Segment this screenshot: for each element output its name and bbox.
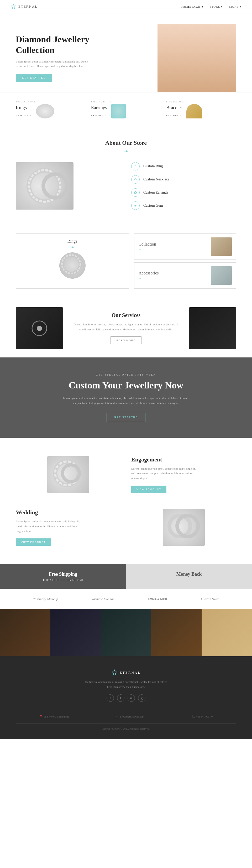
footer-logo-text: ETERNAL: [120, 671, 141, 675]
gallery-item-5: [201, 609, 252, 656]
explore-bracelet-link[interactable]: EXPLORE →: [166, 114, 182, 117]
engagement-cta-button[interactable]: VIEW PRODUCT: [131, 486, 166, 493]
hero-woman-image: [158, 24, 236, 92]
hero-description: Lorem ipsum dolor sit amet, consectetur …: [16, 59, 89, 68]
wedding-info: Wedding Lorem ipsum dolor sit amet, cons…: [16, 509, 121, 546]
custom-earrings-icon: ✿: [131, 188, 140, 197]
footer-top: ETERNAL We have a long history of making…: [16, 670, 236, 702]
wedding-cta-button[interactable]: VIEW PRODUCT: [16, 538, 51, 546]
gallery-section: [0, 609, 252, 656]
engagement-description: Lorem ipsum dolor sit amet, consectetur …: [131, 466, 199, 481]
custom-banner-label: GET SPECIAL PRICE THIS WEEK: [21, 373, 231, 376]
shipping-money-box: Money Back: [126, 564, 252, 589]
special-label-earrings: SPECIAL PRICE: [91, 100, 161, 103]
brands-section: Rosemary Makeup Jasmine Connor EMMA & NI…: [0, 589, 252, 609]
services-center: Our Services Donec blandit lorem cursus,…: [63, 304, 189, 352]
svg-marker-0: [11, 4, 16, 9]
category-accessories[interactable]: Accessories ❧: [134, 262, 236, 289]
special-title-rings: Rings: [16, 105, 32, 111]
services-description: Donec blandit lorem cursus, lobortis neq…: [71, 322, 181, 332]
footer-phone: 📞 +31 341 9031 0: [191, 715, 213, 718]
social-twitter[interactable]: t: [117, 694, 124, 702]
custom-ring-icon: ○: [131, 162, 140, 170]
email-text: info@eternaljewel.com: [120, 715, 144, 718]
wedding-image: [131, 509, 236, 546]
gallery-item-1: [0, 609, 51, 656]
hero-title: Diamond Jewellery Collection: [16, 34, 126, 56]
email-icon: ✉: [116, 715, 118, 718]
hero-section: Diamond Jewellery Collection Lorem ipsum…: [0, 13, 252, 92]
categories-grid: Rings ❧ Collection ❧ Accessories: [16, 234, 236, 289]
special-price-row: SPECIAL PRICE Rings EXPLORE → SPECIAL PR…: [0, 92, 252, 126]
explore-earrings-link[interactable]: EXPLORE →: [91, 114, 107, 117]
footer-description: We have a long history of making excepti…: [84, 679, 168, 689]
hero-image: [126, 24, 236, 92]
category-accessories-divider: ❧: [138, 277, 159, 280]
feature-custom-earrings: ✿ Custom Earrings: [131, 188, 236, 197]
feature-custom-necklace-label: Custom Necklace: [143, 177, 169, 182]
wedding-title: Wedding: [16, 509, 121, 516]
logo-text: ETERNAL: [19, 4, 37, 9]
custom-banner-cta-button[interactable]: GET STARTED: [106, 413, 146, 422]
services-right-image: [189, 307, 236, 349]
footer-social: f t in g: [106, 694, 146, 702]
footer-copyright: Eternal Jewelers © 2020. All rights rese…: [16, 723, 236, 734]
category-collection-title: Collection: [138, 242, 156, 247]
rings-thumbnail: [36, 104, 54, 119]
nav-more[interactable]: MORE ▾: [229, 5, 242, 8]
category-rings-divider: ❧: [71, 245, 74, 250]
nav-homepage[interactable]: HOMEPAGE ▾: [181, 5, 203, 8]
svg-point-7: [37, 326, 42, 331]
special-label-bracelet: SPECIAL PRICE: [166, 100, 236, 103]
engagement-info: Engagement Lorem ipsum dolor sit amet, c…: [131, 456, 236, 493]
engagement-title: Engagement: [131, 456, 236, 463]
footer-address: 📍 Jl. Flower 31, Bandung: [39, 715, 69, 718]
footer-contacts: 📍 Jl. Flower 31, Bandung ✉ info@eternalj…: [16, 710, 236, 723]
explore-rings-link[interactable]: EXPLORE →: [16, 114, 32, 117]
wedding-description: Lorem ipsum dolor sit amet, consectetur …: [16, 519, 84, 534]
navigation: ETERNAL HOMEPAGE ▾ STORE ▾ MORE ▾: [0, 0, 252, 13]
phone-icon: 📞: [191, 715, 194, 718]
about-ring-image: [16, 162, 121, 210]
category-rings[interactable]: Rings ❧: [16, 234, 129, 289]
feature-custom-gem-label: Custom Gem: [143, 204, 163, 208]
custom-banner-title: Custom Your Jewellery Now: [21, 380, 231, 391]
social-googleplus[interactable]: g: [138, 694, 146, 702]
about-content: ○ Custom Ring ◇ Custom Necklace ✿ Custom…: [16, 162, 236, 210]
special-rings: SPECIAL PRICE Rings EXPLORE →: [16, 100, 86, 119]
services-read-more-button[interactable]: READ MORE: [111, 336, 142, 344]
category-collection-image: [211, 238, 232, 256]
brand-rosemary: Rosemary Makeup: [33, 597, 58, 601]
product-engagement: Engagement Lorem ipsum dolor sit amet, c…: [16, 448, 236, 501]
product-wedding: Wedding Lorem ipsum dolor sit amet, cons…: [16, 501, 236, 554]
special-label-rings: SPECIAL PRICE: [16, 100, 86, 103]
services-title: Our Services: [71, 312, 181, 318]
bracelet-thumbnail: [186, 104, 202, 119]
brand-emma: EMMA & NICK: [148, 597, 167, 601]
nav-store[interactable]: STORE ▾: [210, 5, 223, 8]
special-title-earrings: Earrings: [91, 105, 107, 111]
feature-custom-ring: ○ Custom Ring: [131, 162, 236, 170]
gallery-item-3: [101, 609, 151, 656]
shipping-money-title: Money Back: [133, 571, 245, 577]
nav-links: HOMEPAGE ▾ STORE ▾ MORE ▾: [181, 5, 242, 8]
about-divider: ❧: [16, 148, 236, 154]
shipping-free-subtitle: FOR ALL ORDER OVER $170: [7, 579, 119, 582]
category-collection[interactable]: Collection ❧: [134, 234, 236, 260]
shipping-free-box: Free Shipping FOR ALL ORDER OVER $170: [0, 564, 126, 589]
brand-olivian: Olivian Swan: [201, 597, 219, 601]
feature-custom-earrings-label: Custom Earrings: [143, 190, 168, 195]
earrings-thumbnail: [111, 104, 126, 119]
social-linkedin[interactable]: in: [128, 694, 135, 702]
social-facebook[interactable]: f: [106, 694, 114, 702]
about-title: About Our Store: [16, 140, 236, 146]
footer: ETERNAL We have a long history of making…: [0, 656, 252, 739]
about-section: About Our Store ❧ ○ Custom Ring ◇ Custom…: [0, 126, 252, 223]
logo: ETERNAL: [10, 4, 37, 9]
hero-cta-button[interactable]: GET STARTED: [16, 74, 52, 82]
special-title-bracelet: Bracelet: [166, 105, 182, 111]
hero-text: Diamond Jewellery Collection Lorem ipsum…: [16, 34, 126, 82]
category-rings-title: Rings: [67, 239, 77, 244]
category-rings-image: [59, 252, 86, 279]
services-left-image: [16, 307, 63, 349]
